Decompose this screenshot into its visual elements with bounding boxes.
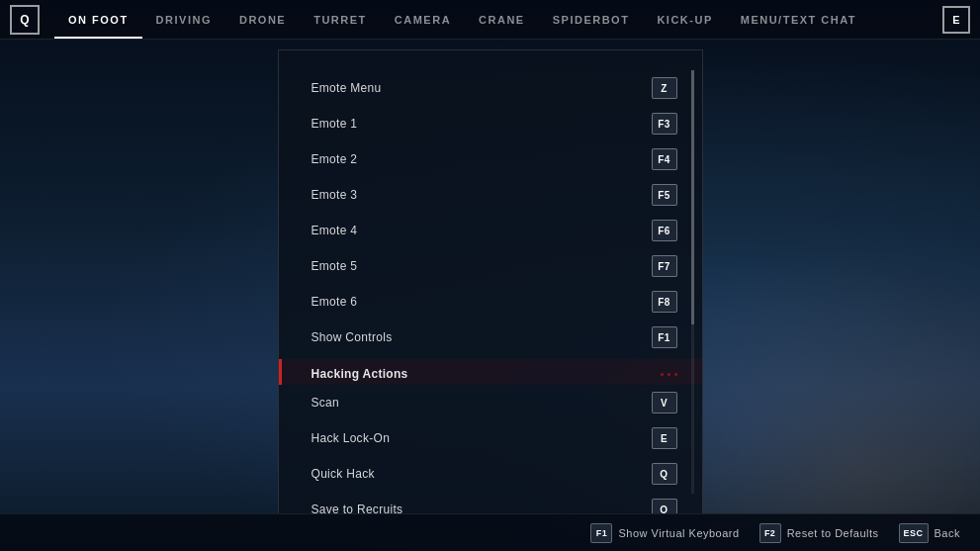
- keybind-row-emote-1[interactable]: Emote 1 F3: [279, 106, 702, 141]
- bottom-action-back[interactable]: ESC Back: [899, 523, 960, 543]
- nav-item-drone[interactable]: DRONE: [225, 0, 300, 39]
- top-nav: Q ON FOOT DRIVING DRONE TURRET CAMERA CR…: [0, 0, 980, 40]
- nav-item-driving[interactable]: DRIVING: [142, 0, 225, 39]
- key-badge: Q: [652, 463, 677, 485]
- key-badge: F5: [652, 184, 677, 206]
- keybind-list: Emote Menu Z Emote 1 F3 Emote 2 F4 Emote…: [279, 70, 702, 514]
- key-badge: F6: [652, 220, 677, 241]
- keybind-section-hacking: Hacking Actions: [279, 359, 702, 385]
- virtual-keyboard-key: F1: [590, 523, 612, 543]
- separator: [661, 373, 677, 376]
- nav-icon-left: Q: [10, 5, 40, 35]
- nav-item-turret[interactable]: TURRET: [300, 0, 381, 39]
- nav-item-spiderbot[interactable]: SPIDERBOT: [539, 0, 644, 39]
- key-badge: V: [652, 392, 677, 413]
- action-label: Emote 5: [312, 259, 358, 273]
- keybind-row-scan[interactable]: Scan V: [279, 385, 702, 420]
- nav-item-kickup[interactable]: KICK-UP: [643, 0, 726, 39]
- bottom-action-virtual-keyboard[interactable]: F1 Show Virtual Keyboard: [590, 523, 739, 543]
- key-badge: F3: [652, 113, 677, 135]
- virtual-keyboard-label: Show Virtual Keyboard: [618, 527, 739, 539]
- section-label: Hacking Actions: [312, 367, 408, 381]
- reset-defaults-key: F2: [759, 523, 781, 543]
- action-label: Quick Hack: [312, 467, 375, 481]
- keybind-row-emote-6[interactable]: Emote 6 F8: [279, 284, 702, 320]
- bottom-bar: F1 Show Virtual Keyboard F2 Reset to Def…: [0, 513, 980, 551]
- nav-icon-right: E: [942, 6, 970, 34]
- bottom-action-reset-defaults[interactable]: F2 Reset to Defaults: [759, 523, 879, 543]
- keybinds-panel: Emote Menu Z Emote 1 F3 Emote 2 F4 Emote…: [278, 49, 703, 514]
- key-badge: Z: [652, 77, 677, 99]
- nav-item-camera[interactable]: CAMERA: [381, 0, 465, 39]
- reset-defaults-label: Reset to Defaults: [787, 527, 879, 539]
- nav-item-crane[interactable]: CRANE: [465, 0, 539, 39]
- keybind-row-emote-2[interactable]: Emote 2 F4: [279, 141, 702, 177]
- action-label: Emote 4: [312, 224, 358, 237]
- action-label: Hack Lock-On: [312, 431, 391, 445]
- action-label: Show Controls: [312, 330, 393, 344]
- key-badge: F4: [652, 148, 677, 170]
- nav-item-on-foot[interactable]: ON FOOT: [54, 0, 142, 39]
- nav-item-menu-text-chat[interactable]: MENU/TEXT CHAT: [727, 0, 870, 39]
- keybind-row-hack-lockon[interactable]: Hack Lock-On E: [279, 420, 702, 456]
- keybind-row-emote-menu[interactable]: Emote Menu Z: [279, 70, 702, 106]
- keybind-row-quick-hack[interactable]: Quick Hack Q: [279, 456, 702, 492]
- scrollbar[interactable]: [691, 70, 694, 494]
- key-badge: F8: [652, 291, 677, 313]
- keybind-row-emote-3[interactable]: Emote 3 F5: [279, 177, 702, 213]
- keybind-row-save-to-recruits[interactable]: Save to Recruits Q: [279, 492, 702, 514]
- action-label: Emote 6: [312, 295, 358, 309]
- action-label: Scan: [312, 396, 340, 410]
- scroll-thumb: [691, 70, 694, 324]
- back-key: ESC: [899, 523, 929, 543]
- keybind-row-emote-5[interactable]: Emote 5 F7: [279, 248, 702, 284]
- action-label: Emote Menu: [312, 81, 382, 95]
- back-label: Back: [935, 527, 960, 539]
- key-badge: Q: [652, 499, 677, 514]
- action-label: Emote 3: [312, 188, 358, 202]
- key-badge: F1: [652, 326, 677, 348]
- key-badge: F7: [652, 255, 677, 277]
- nav-items: ON FOOT DRIVING DRONE TURRET CAMERA CRAN…: [54, 0, 942, 39]
- action-label: Emote 1: [312, 117, 358, 131]
- key-badge: E: [652, 427, 677, 449]
- action-label: Emote 2: [312, 152, 358, 166]
- keybind-row-emote-4[interactable]: Emote 4 F6: [279, 213, 702, 248]
- keybind-row-show-controls[interactable]: Show Controls F1: [279, 320, 702, 355]
